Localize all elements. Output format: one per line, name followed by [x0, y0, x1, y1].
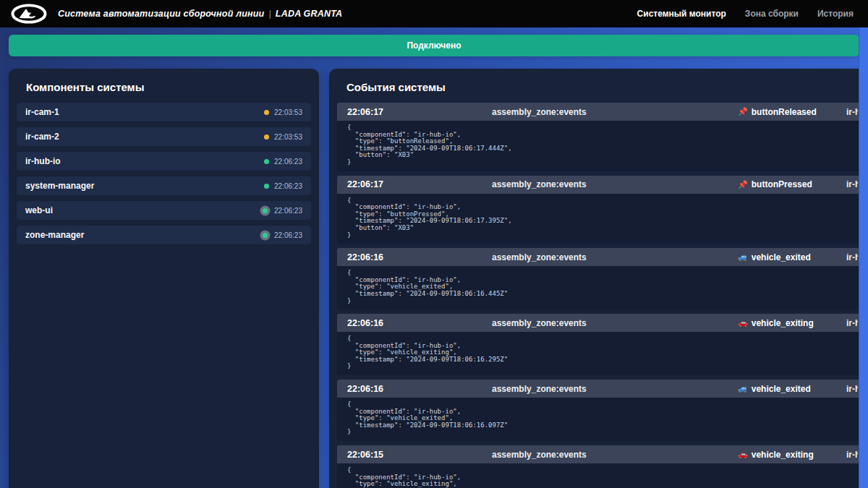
main-content: Компоненты системы ir-cam-1 22:03:53 ir-…	[9, 69, 868, 488]
component-row-zone-manager: zone-manager 22:06:23	[17, 226, 311, 244]
event-channel: assembly_zone:events	[492, 252, 738, 262]
component-row-ir-cam-2: ir-cam-2 22:03:53	[17, 127, 311, 146]
event-item: 22:06:16 assembly_zone:events 🚗vehicle_e…	[337, 314, 868, 375]
status-dot-online-ring-icon	[263, 208, 268, 213]
event-channel: assembly_zone:events	[492, 318, 738, 328]
event-type: 🚙vehicle_exited	[738, 384, 811, 394]
page-title: Система автоматизации сборочной линии|LA…	[58, 9, 342, 19]
event-type: 🚗vehicle_exiting	[738, 318, 814, 328]
event-channel: assembly_zone:events	[492, 450, 738, 460]
event-item: 22:06:15 assembly_zone:events 🚗vehicle_e…	[337, 445, 868, 488]
event-header: 22:06:17 assembly_zone:events 📌buttonRel…	[337, 103, 868, 121]
top-bar: Система автоматизации сборочной линии|LA…	[0, 0, 868, 27]
event-header: 22:06:16 assembly_zone:events 🚙vehicle_e…	[337, 248, 868, 266]
component-name: ir-cam-2	[25, 132, 59, 142]
event-time: 22:06:16	[347, 252, 492, 262]
red-car-icon: 🚗	[738, 318, 748, 328]
event-time: 22:06:17	[347, 179, 492, 189]
status-dot-online-icon	[264, 184, 269, 189]
blue-car-icon: 🚙	[738, 252, 748, 262]
pushpin-icon: 📌	[738, 107, 748, 116]
components-panel-title: Компоненты системы	[26, 81, 310, 93]
component-name: web-ui	[25, 205, 53, 215]
nav-history[interactable]: История	[817, 9, 854, 19]
blue-car-icon: 🚙	[738, 384, 748, 393]
component-timestamp: 22:06:23	[274, 158, 302, 166]
component-name: ir-hub-io	[25, 156, 61, 166]
event-payload: { "componentId": "ir-hub-io", "type": "v…	[337, 266, 868, 309]
event-component: ir-hub-io	[846, 107, 858, 117]
component-timestamp: 22:06:23	[274, 231, 302, 239]
event-time: 22:06:17	[347, 107, 492, 117]
event-header: 22:06:16 assembly_zone:events 🚙vehicle_e…	[337, 380, 868, 398]
event-component: ir-hub-io	[846, 450, 858, 460]
nav-system-monitor[interactable]: Системный монитор	[637, 9, 726, 19]
event-payload: { "componentId": "ir-hub-io", "type": "v…	[337, 463, 868, 488]
event-item: 22:06:16 assembly_zone:events 🚙vehicle_e…	[337, 248, 868, 309]
event-type: 🚗vehicle_exiting	[738, 450, 814, 460]
event-type: 📌buttonPressed	[738, 179, 812, 189]
red-car-icon: 🚗	[738, 450, 748, 459]
event-header: 22:06:16 assembly_zone:events 🚗vehicle_e…	[337, 314, 868, 332]
event-time: 22:06:15	[347, 450, 492, 460]
component-name: zone-manager	[25, 230, 84, 240]
status-dot-warning-icon	[264, 134, 269, 140]
lada-logo-icon	[10, 4, 48, 24]
event-payload: { "componentId": "ir-hub-io", "type": "v…	[337, 398, 868, 441]
event-item: 22:06:16 assembly_zone:events 🚙vehicle_e…	[337, 380, 868, 441]
component-timestamp: 22:03:53	[274, 133, 302, 141]
events-panel-title: События системы	[346, 81, 867, 93]
component-timestamp: 22:06:23	[274, 207, 302, 215]
status-dot-warning-icon	[264, 110, 269, 115]
event-component: ir-hub-io	[846, 318, 858, 328]
event-component: ir-hub-io	[846, 252, 858, 262]
pushpin-icon: 📌	[738, 180, 748, 189]
event-channel: assembly_zone:events	[492, 384, 738, 394]
event-header: 22:06:15 assembly_zone:events 🚗vehicle_e…	[337, 445, 868, 463]
nav-assembly-zone[interactable]: Зона сборки	[745, 9, 799, 19]
vertical-scrollbar[interactable]	[859, 27, 868, 488]
status-dot-online-ring-icon	[263, 233, 268, 238]
event-component: ir-hub-io	[846, 384, 858, 394]
event-type: 📌buttonReleased	[738, 107, 817, 117]
event-item: 22:06:17 assembly_zone:events 📌buttonPre…	[337, 176, 868, 244]
component-row-ir-cam-1: ir-cam-1 22:03:53	[17, 103, 311, 121]
component-row-system-manager: system-manager 22:06:23	[17, 176, 311, 195]
event-component: ir-hub-io	[846, 179, 858, 189]
event-time: 22:06:16	[347, 384, 492, 394]
components-panel: Компоненты системы ir-cam-1 22:03:53 ir-…	[9, 69, 319, 488]
connection-status-label: Подключено	[407, 40, 461, 51]
events-panel: События системы 22:06:17 assembly_zone:e…	[329, 69, 868, 488]
event-payload: { "componentId": "ir-hub-io", "type": "v…	[337, 332, 868, 375]
component-timestamp: 22:06:23	[274, 182, 302, 190]
component-timestamp: 22:03:53	[274, 108, 302, 116]
event-channel: assembly_zone:events	[492, 107, 738, 117]
component-row-ir-hub-io: ir-hub-io 22:06:23	[17, 152, 311, 171]
event-time: 22:06:16	[347, 318, 492, 328]
component-name: ir-cam-1	[25, 107, 59, 117]
event-payload: { "componentId": "ir-hub-io", "type": "b…	[337, 121, 868, 171]
event-channel: assembly_zone:events	[492, 179, 738, 189]
status-dot-online-icon	[264, 159, 269, 164]
event-payload: { "componentId": "ir-hub-io", "type": "b…	[337, 194, 868, 244]
event-type: 🚙vehicle_exited	[738, 252, 811, 262]
component-row-web-ui: web-ui 22:06:23	[17, 201, 311, 220]
event-item: 22:06:17 assembly_zone:events 📌buttonRel…	[337, 103, 868, 171]
main-nav: Системный монитор Зона сборки История	[637, 9, 858, 19]
event-header: 22:06:17 assembly_zone:events 📌buttonPre…	[337, 176, 868, 194]
component-name: system-manager	[25, 181, 94, 191]
connection-status-banner: Подключено	[9, 35, 859, 56]
